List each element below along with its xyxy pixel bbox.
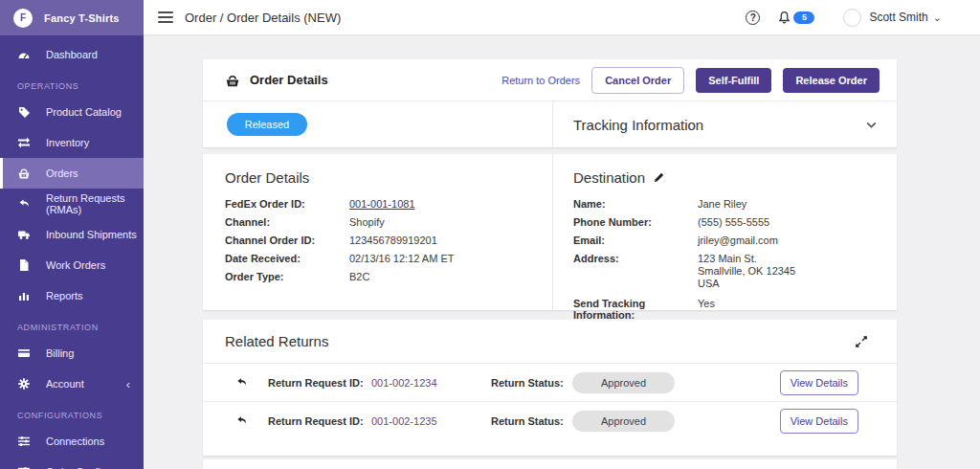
notifications-button[interactable]: 5 (777, 11, 814, 25)
return-status-badge: Approved (572, 411, 675, 432)
return-request-label: Return Request ID: (268, 377, 371, 389)
release-order-button[interactable]: Release Order (783, 68, 880, 93)
sidebar-item-label: Work Orders (46, 259, 105, 271)
next-card-sliver (203, 459, 897, 469)
view-details-button[interactable]: View Details (780, 370, 858, 395)
status-row: Released Tracking Information (203, 100, 897, 147)
hamburger-menu-icon[interactable] (158, 9, 173, 26)
sidebar-item-order-config[interactable]: Order Config ‹ (0, 457, 144, 469)
edit-pencil-icon[interactable] (653, 171, 665, 184)
sidebar-item-orders[interactable]: Orders (0, 158, 144, 189)
card-title: Order Details (250, 73, 328, 87)
field-label: FedEx Order ID: (225, 198, 349, 210)
sidebar-item-label: Connections (46, 436, 104, 447)
sidebar-item-reports[interactable]: Reports (0, 280, 144, 311)
field-value: Jane Riley (698, 198, 746, 210)
sidebar-item-label: Product Catalog (46, 106, 122, 118)
field-label: Order Type: (225, 271, 349, 282)
field-label: Send Tracking Information: (573, 298, 698, 321)
brand-logo-icon: F (13, 9, 33, 28)
field-label: Channel: (225, 216, 349, 228)
user-menu[interactable]: Scott Smith (869, 11, 927, 24)
truck-icon (17, 228, 31, 241)
sidebar-item-work-orders[interactable]: Work Orders (0, 250, 144, 280)
tracking-panel[interactable]: Tracking Information (553, 101, 897, 147)
status-badge[interactable]: Released (227, 113, 307, 136)
cancel-order-button[interactable]: Cancel Order (591, 67, 684, 94)
tag-icon (17, 105, 31, 119)
fedex-order-id-link[interactable]: 001-001-1081 (349, 198, 415, 210)
return-request-id-link[interactable]: 001-002-1235 (371, 415, 491, 427)
order-status-panel: Released (203, 101, 553, 147)
sidebar-item-label: Account (46, 378, 84, 390)
return-status-label: Return Status: (491, 415, 572, 427)
sidebar-item-inventory[interactable]: Inventory (0, 127, 144, 158)
sidebar-item-label: Dashboard (46, 49, 98, 60)
sidebar-item-label: Reports (46, 290, 83, 302)
sidebar-item-connections[interactable]: Connections (0, 426, 144, 457)
basket-icon (17, 167, 31, 180)
help-icon[interactable]: ? (746, 11, 760, 25)
field-value: Shopify (349, 216, 385, 228)
field-value: jriley@gmail.com (698, 234, 778, 246)
order-details-card: Order Details Return to Orders Cancel Or… (203, 59, 897, 147)
field-email: Email: jriley@gmail.com (573, 234, 897, 246)
sidebar-item-account[interactable]: Account ‹ (0, 368, 144, 399)
sidebar-item-product-catalog[interactable]: Product Catalog (0, 97, 144, 127)
sidebar-item-label: Inbound Shipments (46, 229, 137, 240)
brand[interactable]: F Fancy T-Shirts (0, 0, 144, 35)
field-channel-order-id: Channel Order ID: 123456789919201 (225, 234, 552, 246)
return-row: Return Request ID: 001-002-1234 Return S… (203, 363, 897, 401)
field-label: Date Received: (225, 253, 349, 264)
sidebar-item-label: Inventory (46, 137, 89, 148)
return-request-label: Return Request ID: (268, 415, 371, 427)
sliders-icon (17, 435, 31, 448)
related-returns-header: Related Returns (203, 320, 897, 363)
sidebar-item-billing[interactable]: Billing (0, 338, 144, 368)
return-request-id-link[interactable]: 001-002-1234 (371, 377, 491, 389)
collapse-icon[interactable] (855, 335, 868, 348)
field-label: Email: (573, 234, 698, 246)
return-status-label: Return Status: (491, 377, 572, 389)
sidebar-item-inbound-shipments[interactable]: Inbound Shipments (0, 219, 144, 250)
field-label: Name: (573, 198, 698, 210)
destination-section: Destination Name: Jane Riley Phone Numbe… (553, 154, 897, 310)
sidebar-item-dashboard[interactable]: Dashboard (0, 39, 144, 70)
avatar[interactable] (843, 9, 861, 27)
order-info-card: Order Details FedEx Order ID: 001-001-10… (203, 154, 897, 310)
field-value: 123 Main St. Smallville, OK 12345 USA (698, 253, 795, 291)
field-value: Yes (698, 298, 715, 321)
self-fulfill-button[interactable]: Self-Fulfill (696, 68, 771, 93)
field-label: Phone Number: (573, 216, 698, 228)
credit-card-icon (17, 346, 31, 360)
related-returns-title: Related Returns (225, 333, 328, 349)
address-line: Smallville, OK 12345 (698, 265, 795, 278)
view-details-button[interactable]: View Details (780, 409, 858, 434)
document-icon (17, 258, 31, 272)
section-title: Order Details (225, 169, 552, 186)
chevron-left-icon: ‹ (126, 378, 130, 391)
sidebar-item-return-requests[interactable]: Return Requests (RMAs) (0, 189, 144, 219)
field-address: Address: 123 Main St. Smallville, OK 123… (573, 253, 897, 291)
field-name: Name: Jane Riley (573, 198, 897, 210)
return-arrow-icon (234, 414, 249, 427)
topbar: Order / Order Details (NEW) ? 5 Scott Sm… (144, 0, 980, 35)
sidebar-section-administration: ADMINISTRATION (0, 317, 144, 338)
field-value: 123456789919201 (349, 234, 437, 246)
order-actions: Return to Orders Cancel Order Self-Fulfi… (501, 67, 880, 94)
return-arrow-icon (234, 376, 249, 389)
field-send-tracking: Send Tracking Information: Yes (573, 298, 897, 321)
sliders-icon (17, 465, 31, 469)
destination-title: Destination (573, 169, 645, 186)
section-title: Destination (573, 169, 897, 186)
chevron-down-icon[interactable]: ⌄ (933, 11, 942, 24)
chevron-down-icon[interactable] (865, 119, 878, 131)
field-value: 02/13/16 12:12 AM ET (349, 253, 454, 264)
gear-icon (17, 377, 31, 391)
return-to-orders-link[interactable]: Return to Orders (501, 75, 580, 86)
sidebar-section-configurations: CONFIGURATIONS (0, 405, 144, 426)
sidebar-nav: Dashboard OPERATIONS Product Catalog Inv… (0, 35, 144, 469)
sidebar-item-label: Orders (46, 168, 78, 179)
address-line: 123 Main St. (698, 253, 795, 265)
order-details-card-header: Order Details Return to Orders Cancel Or… (203, 59, 897, 100)
